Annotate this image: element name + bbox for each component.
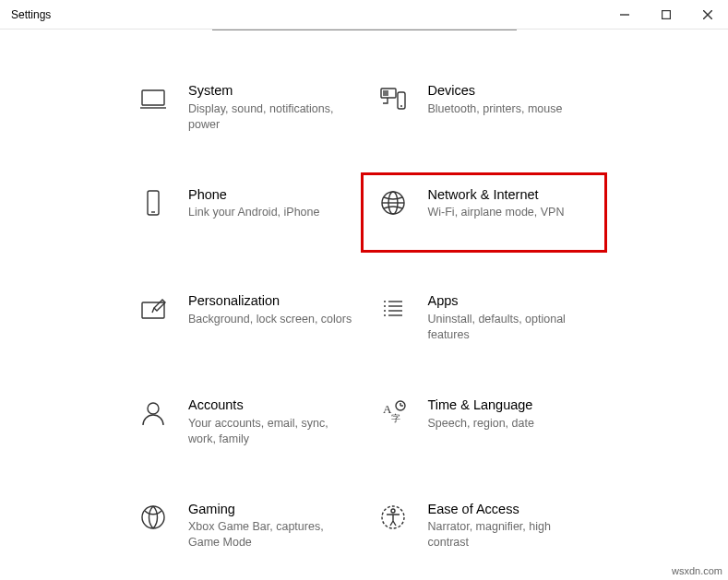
personalization-icon (137, 292, 170, 326)
close-button[interactable] (686, 0, 728, 29)
category-subtitle: Narrator, magnifier, high contrast (428, 519, 592, 550)
svg-point-33 (142, 506, 164, 528)
category-title: Phone (188, 186, 319, 204)
close-icon (703, 10, 712, 19)
settings-categories: System Display, sound, notifications, po… (0, 30, 728, 556)
category-network-internet[interactable]: Network & Internet Wi-Fi, airplane mode,… (369, 181, 600, 245)
category-subtitle: Wi-Fi, airplane mode, VPN (428, 205, 565, 220)
category-devices[interactable]: Devices Bluetooth, printers, mouse (369, 77, 600, 138)
svg-rect-12 (148, 191, 159, 215)
category-title: Apps (428, 292, 592, 310)
watermark: wsxdn.com (672, 565, 722, 576)
category-title: System (188, 82, 352, 100)
accounts-icon (137, 397, 170, 430)
minimize-button[interactable] (603, 0, 645, 29)
svg-rect-4 (142, 90, 164, 105)
category-personalization[interactable]: Personalization Background, lock screen,… (129, 287, 360, 349)
category-title: Time & Language (428, 397, 534, 414)
category-subtitle: Your accounts, email, sync, work, family (188, 416, 352, 447)
category-title: Devices (428, 82, 563, 100)
category-accounts[interactable]: Accounts Your accounts, email, sync, wor… (129, 391, 360, 453)
category-title: Network & Internet (428, 186, 565, 204)
system-icon (137, 82, 170, 115)
svg-rect-1 (662, 10, 670, 18)
title-bar: Settings (0, 0, 728, 30)
window-controls (603, 0, 728, 29)
category-title: Gaming (188, 501, 352, 518)
globe-icon (376, 186, 410, 219)
category-time-language[interactable]: A 字 Time & Language Speech, region, date (369, 391, 600, 453)
category-title: Accounts (188, 397, 352, 414)
maximize-button[interactable] (645, 0, 686, 29)
svg-point-27 (148, 403, 159, 414)
window-title: Settings (0, 8, 51, 21)
category-apps[interactable]: Apps Uninstall, defaults, optional featu… (369, 287, 600, 349)
apps-icon (376, 292, 410, 326)
gaming-icon (137, 501, 170, 534)
category-system[interactable]: System Display, sound, notifications, po… (129, 77, 360, 138)
phone-icon (137, 186, 170, 219)
category-subtitle: Bluetooth, printers, mouse (428, 101, 563, 117)
svg-text:字: 字 (391, 413, 400, 423)
maximize-icon (662, 10, 671, 19)
category-subtitle: Speech, region, date (428, 416, 534, 432)
category-ease-of-access[interactable]: Ease of Access Narrator, magnifier, high… (369, 495, 600, 557)
devices-icon (376, 82, 410, 115)
svg-point-35 (391, 509, 395, 513)
time-language-icon: A 字 (376, 397, 410, 430)
category-subtitle: Background, lock screen, colors (188, 312, 352, 327)
svg-line-18 (152, 308, 154, 313)
category-subtitle: Xbox Game Bar, captures, Game Mode (188, 519, 352, 550)
category-subtitle: Uninstall, defaults, optional features (428, 312, 592, 343)
category-subtitle: Link your Android, iPhone (188, 205, 319, 220)
category-title: Ease of Access (428, 501, 592, 518)
ease-of-access-icon (376, 501, 410, 534)
category-subtitle: Display, sound, notifications, power (188, 101, 352, 133)
minimize-icon (620, 10, 629, 19)
category-title: Personalization (188, 292, 352, 310)
category-phone[interactable]: Phone Link your Android, iPhone (129, 181, 360, 245)
category-gaming[interactable]: Gaming Xbox Game Bar, captures, Game Mod… (129, 495, 360, 557)
